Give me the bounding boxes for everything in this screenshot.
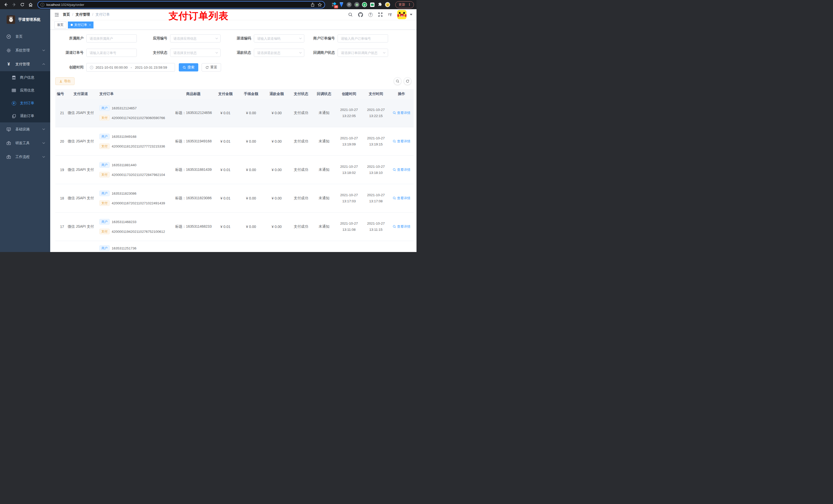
view-detail-label: 查看详情 — [397, 167, 410, 172]
channel-order-no-input[interactable] — [87, 49, 137, 56]
extension-grid-icon[interactable]: 10 — [331, 2, 336, 7]
sidebar-item-infra[interactable]: 基础设施 — [0, 122, 50, 136]
site-info-icon[interactable]: i — [41, 3, 44, 7]
table-row: 18微信 JSAPI 支付商户1635311823086支付4200001167… — [55, 184, 414, 213]
sidebar-item-workflow[interactable]: 工作流程 — [0, 150, 50, 164]
pay-status-select[interactable] — [170, 49, 220, 56]
app-select[interactable] — [170, 34, 220, 42]
extension-record-icon[interactable] — [354, 2, 359, 7]
refund-amount: ¥ 0.00 — [264, 111, 289, 115]
extension-command-icon[interactable]: ⌘ — [347, 2, 352, 7]
channel-code-select[interactable] — [254, 34, 304, 42]
refund-status-select[interactable] — [254, 49, 304, 56]
help-icon[interactable]: ? — [368, 13, 373, 17]
page-title-annotation: 支付订单列表 — [169, 9, 229, 23]
pay-time: 2021-10-2713:17:08 — [362, 192, 389, 204]
avatar-caret-icon[interactable] — [410, 14, 412, 15]
extension-chat-icon[interactable] — [370, 2, 375, 7]
sidebar-item-payment[interactable]: ¥ 支付管理 — [0, 57, 50, 71]
view-detail-link[interactable]: 查看详情 — [393, 111, 410, 115]
merchant-tag: 商户 — [99, 134, 110, 139]
merchant-order-no-input[interactable] — [338, 34, 388, 42]
avatar[interactable] — [397, 10, 406, 19]
content: 所属商户 应用编号 渠道编码 商户订单编号 — [50, 30, 416, 252]
sidebar-item-merchant-info[interactable]: 商户信息 — [0, 71, 50, 84]
view-detail-link[interactable]: 查看详情 — [393, 196, 410, 200]
table-row: 21微信 JSAPI 支付商户1635312124657支付4200001174… — [55, 99, 414, 127]
export-button[interactable]: 导出 — [55, 77, 74, 85]
view-detail-link[interactable]: 查看详情 — [393, 139, 410, 144]
pay-time: 2021-10-2713:11:15 — [362, 220, 389, 233]
search-icon[interactable] — [348, 12, 353, 17]
dashboard-icon — [6, 34, 11, 39]
bookmark-star-icon[interactable] — [318, 3, 322, 7]
search-button[interactable]: 搜索 — [179, 63, 198, 71]
order-number: 4200001194202110276752100612 — [112, 230, 165, 234]
payment-submenu: 商户信息 应用信息 ¥ 支付订单 退款订单 — [0, 71, 50, 122]
notify-status: 未通知 — [312, 167, 336, 172]
sidebar-item-dev-tools[interactable]: 研发工具 — [0, 136, 50, 150]
toggle-search-icon[interactable] — [394, 77, 401, 85]
reset-button[interactable]: 重置 — [201, 63, 221, 71]
pay-order-cell: 商户1635311468233支付42000011942021102767521… — [95, 219, 174, 235]
filter-app: 应用编号 — [139, 34, 223, 43]
pay-status: 支付成功 — [289, 167, 312, 172]
filter-merchant: 所属商户 — [55, 34, 139, 43]
sidebar-item-app-info[interactable]: 应用信息 — [0, 84, 50, 97]
browser-menu-icon[interactable]: ⋮ — [408, 3, 411, 6]
pay-tag: 支付 — [99, 200, 110, 206]
forward-icon[interactable] — [11, 1, 18, 8]
filter-pay-status: 支付状态 — [139, 49, 223, 57]
monitor-icon — [6, 127, 11, 131]
update-button[interactable]: 更新 ⋮ — [395, 1, 414, 8]
notify-status-select[interactable] — [338, 49, 388, 56]
sidebar-item-system[interactable]: 系统管理 — [0, 44, 50, 57]
reload-icon[interactable] — [19, 1, 26, 8]
create-time: 2021-10-2713:17:03 — [336, 192, 362, 204]
chevron-down-icon — [42, 142, 45, 144]
filter-form: 所属商户 应用编号 渠道编码 商户订单编号 — [55, 34, 411, 57]
breadcrumb-payment[interactable]: 支付管理 — [76, 12, 90, 17]
breadcrumb-home[interactable]: 首页 — [63, 12, 70, 17]
filter-merchant-order-no: 商户订单编号 — [307, 34, 404, 43]
back-icon[interactable] — [3, 1, 9, 8]
extensions-puzzle-icon[interactable] — [377, 2, 382, 7]
view-detail-link[interactable]: 查看详情 — [393, 167, 410, 172]
pay-amount: ¥ 0.01 — [213, 168, 238, 172]
url-bar[interactable]: i localhost:1024/pay/order — [38, 1, 325, 8]
pay-tag: 支付 — [99, 172, 110, 177]
share-icon[interactable] — [311, 3, 314, 7]
view-detail-link[interactable]: 查看详情 — [393, 224, 410, 229]
refresh-icon[interactable] — [404, 77, 411, 85]
sidebar-item-home[interactable]: 首页 — [0, 30, 50, 44]
sidebar-item-refund-order[interactable]: 退款订单 — [0, 110, 50, 122]
close-icon[interactable]: × — [89, 23, 91, 26]
pay-status: 支付成功 — [289, 111, 312, 115]
profile-emoji-icon[interactable] — [385, 2, 390, 7]
notify-status: 未通知 — [312, 224, 336, 229]
pay-amount: ¥ 0.01 — [213, 224, 238, 229]
fee-amount: ¥ 0.00 — [238, 224, 264, 229]
logo[interactable]: 芋道管理系统 — [0, 9, 50, 30]
pay-circle-icon: ¥ — [11, 101, 16, 105]
merchant-input[interactable] — [87, 34, 137, 42]
active-dot — [71, 24, 73, 26]
sidebar-item-pay-order[interactable]: ¥ 支付订单 — [0, 97, 50, 110]
font-size-icon[interactable]: TT — [388, 13, 392, 17]
sidebar-fold-icon[interactable] — [54, 13, 59, 17]
tab-pay-order[interactable]: 支付订单 × — [68, 22, 94, 28]
extension-strip: 10 ⌘ y 更新 ⋮ — [331, 1, 414, 8]
date-end: 2021-10-31 23:59:59 — [135, 66, 167, 69]
sidebar: 芋道管理系统 首页 系统管理 ¥ 支付管理 — [0, 9, 50, 252]
extension-y-icon[interactable]: y — [362, 2, 367, 7]
github-icon[interactable] — [358, 12, 363, 17]
action-cell: 查看详情 — [389, 139, 414, 144]
documents-icon — [11, 114, 16, 118]
fee-amount: ¥ 0.00 — [238, 168, 264, 172]
tab-home[interactable]: 首页 — [54, 22, 66, 28]
fullscreen-icon[interactable] — [378, 12, 383, 17]
pay-order-cell: 商户1635311251736 — [95, 245, 174, 251]
date-range-picker[interactable]: 2021-10-01 00:00:00 - 2021-10-31 23:59:5… — [86, 63, 175, 72]
home-icon[interactable] — [27, 1, 34, 8]
extension-gem-icon[interactable] — [339, 2, 344, 7]
